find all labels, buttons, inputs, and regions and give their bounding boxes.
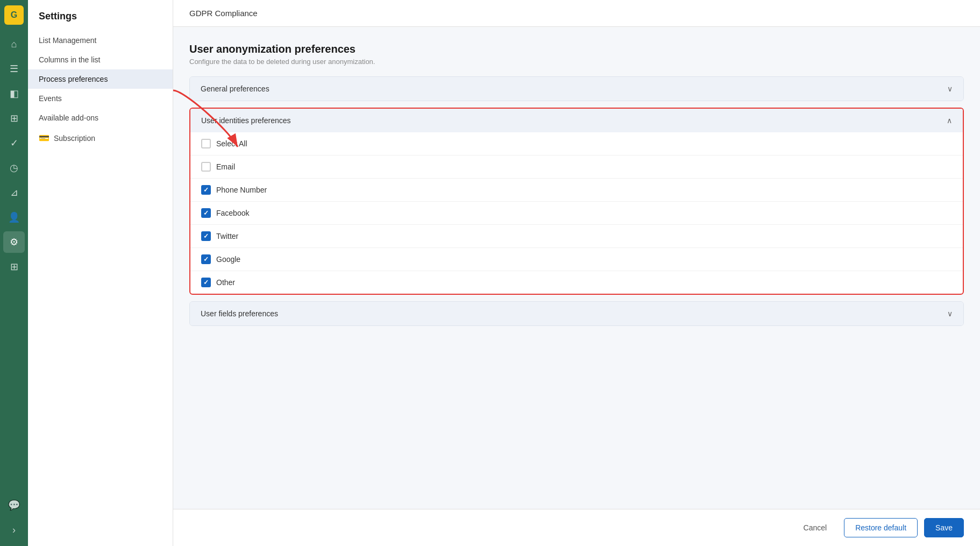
page-subtitle: Configure the data to be deleted during …: [189, 58, 964, 66]
footer: Cancel Restore default Save: [173, 509, 980, 546]
people-icon[interactable]: 👤: [3, 207, 25, 228]
user-fields-chevron-down-icon: ∨: [947, 309, 953, 318]
topbar-app-name: GDPR Compliance: [189, 9, 258, 18]
sidebar-item-columns-in-list[interactable]: Columns in the list: [28, 50, 173, 69]
user-identities-card: User identities preferences ∧ Select All…: [189, 108, 964, 295]
sidebar-title: Settings: [28, 11, 173, 31]
list-item[interactable]: Email: [190, 155, 963, 179]
other-checkbox[interactable]: [201, 278, 211, 287]
clock-icon[interactable]: ◷: [3, 157, 25, 179]
phone-number-checkbox[interactable]: [201, 185, 211, 195]
facebook-checkbox[interactable]: [201, 208, 211, 218]
chart-icon[interactable]: ⊿: [3, 182, 25, 203]
user-identities-chevron-up-icon: ∧: [947, 116, 952, 125]
list-item[interactable]: Google: [190, 248, 963, 271]
general-chevron-down-icon: ∨: [947, 84, 953, 93]
phone-number-label: Phone Number: [216, 186, 267, 194]
chat-icon[interactable]: 💬: [3, 494, 25, 516]
sidebar-item-list-management[interactable]: List Management: [28, 31, 173, 50]
google-label: Google: [216, 255, 240, 264]
topbar: GDPR Compliance: [173, 0, 980, 27]
sidebar: Settings List Management Columns in the …: [28, 0, 173, 546]
user-fields-title: User fields preferences: [201, 309, 278, 318]
select-all-checkbox[interactable]: [201, 139, 211, 148]
list-item[interactable]: Other: [190, 271, 963, 294]
facebook-label: Facebook: [216, 209, 249, 217]
checklist-icon[interactable]: ✓: [3, 132, 25, 154]
app-logo: G: [4, 5, 24, 25]
user-identities-title: User identities preferences: [201, 116, 291, 125]
list-item[interactable]: Facebook: [190, 202, 963, 225]
document-icon[interactable]: ◧: [3, 83, 25, 104]
expand-icon[interactable]: ›: [3, 519, 25, 541]
user-identities-body: Select All Email Phone Number Facebook: [190, 132, 963, 294]
google-checkbox[interactable]: [201, 254, 211, 264]
twitter-checkbox[interactable]: [201, 231, 211, 241]
grid-icon[interactable]: ⊞: [3, 256, 25, 278]
list-item[interactable]: Phone Number: [190, 179, 963, 202]
settings-icon[interactable]: ⚙: [3, 231, 25, 253]
general-preferences-header[interactable]: General preferences ∨: [190, 77, 963, 101]
restore-default-button[interactable]: Restore default: [844, 518, 918, 537]
page-header: User anonymization preferences Configure…: [189, 43, 964, 66]
general-preferences-card: General preferences ∨: [189, 76, 964, 101]
cancel-button[interactable]: Cancel: [793, 519, 838, 537]
select-all-label: Select All: [216, 139, 247, 148]
email-checkbox[interactable]: [201, 162, 211, 172]
icon-bar: G ⌂ ☰ ◧ ⊞ ✓ ◷ ⊿ 👤 ⚙ ⊞ 💬 ›: [0, 0, 28, 546]
page-title: User anonymization preferences: [189, 43, 964, 55]
save-button[interactable]: Save: [924, 518, 964, 537]
sidebar-item-subscription[interactable]: 💳 Subscription: [28, 127, 173, 148]
list-item[interactable]: Twitter: [190, 225, 963, 248]
twitter-label: Twitter: [216, 232, 238, 240]
user-fields-header[interactable]: User fields preferences ∨: [190, 302, 963, 325]
sidebar-item-events[interactable]: Events: [28, 89, 173, 108]
main-content: GDPR Compliance User anonymization prefe…: [173, 0, 980, 546]
sidebar-item-process-preferences[interactable]: Process preferences: [28, 69, 173, 89]
content-area: User anonymization preferences Configure…: [173, 27, 980, 509]
list-item[interactable]: Select All: [190, 132, 963, 155]
user-fields-card: User fields preferences ∨: [189, 301, 964, 326]
email-label: Email: [216, 162, 235, 171]
user-identities-header[interactable]: User identities preferences ∧: [190, 109, 963, 132]
subscription-icon: 💳: [39, 133, 49, 143]
users-icon[interactable]: ⊞: [3, 108, 25, 129]
other-label: Other: [216, 278, 235, 287]
list-icon[interactable]: ☰: [3, 58, 25, 80]
sidebar-item-available-addons[interactable]: Available add-ons: [28, 108, 173, 127]
home-icon[interactable]: ⌂: [3, 33, 25, 55]
general-preferences-title: General preferences: [201, 84, 269, 93]
